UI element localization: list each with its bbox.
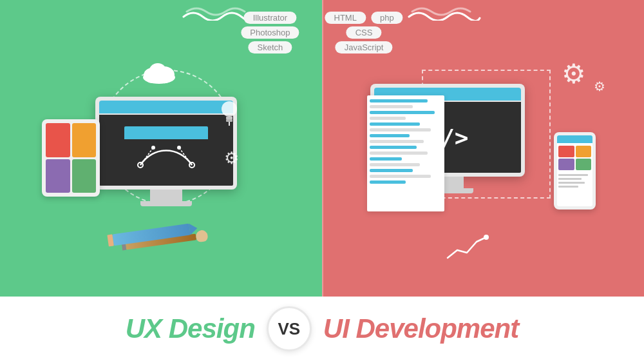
phone-cell-2 [576, 146, 592, 157]
center-divider [322, 0, 323, 297]
vs-badge: VS [267, 306, 312, 351]
tablet-cell-2 [72, 123, 97, 157]
phone-cell-1 [558, 146, 574, 157]
monitor-stand-left [150, 190, 182, 201]
title-ux-design: UX Design [126, 313, 255, 344]
svg-point-14 [484, 235, 489, 240]
phone-lines [557, 171, 592, 192]
lightbulb-icon [219, 100, 240, 132]
tablet-cell-4 [72, 159, 97, 193]
skill-html: HTML [325, 12, 366, 24]
monitor-base-left [140, 201, 192, 206]
tablet-cell-1 [46, 123, 70, 157]
design-skills: Illustrator Photoshop Sketch [241, 12, 299, 54]
svg-point-3 [149, 63, 167, 81]
phone-cell-4 [576, 159, 592, 170]
monitor-top-bar-left [99, 101, 233, 113]
svg-point-4 [222, 101, 237, 117]
phone-grid [557, 144, 592, 171]
skill-php: php [371, 12, 403, 24]
phone-top-bar [557, 135, 592, 143]
dev-skills: HTML php CSS JavaScript [325, 12, 403, 54]
skill-photoshop: Photoshop [241, 26, 299, 39]
gear-right-big-icon: ⚙ [562, 58, 586, 90]
skill-javascript: JavaScript [336, 41, 393, 54]
phone-screen [557, 135, 592, 206]
svg-rect-5 [226, 117, 232, 119]
tablet-screen [46, 123, 96, 193]
chart-squiggle-icon [444, 232, 489, 267]
wave-decoration-right [406, 6, 483, 21]
gear-right-small-icon: ⚙ [594, 79, 605, 94]
tablet [42, 119, 100, 197]
skill-illustrator: Illustrator [244, 12, 296, 24]
skill-sketch: Sketch [249, 41, 292, 54]
title-ui-development: UI Development [323, 313, 518, 344]
phone-cell-3 [558, 159, 574, 170]
svg-line-12 [140, 148, 153, 165]
title-bar: UX Design VS UI Development [0, 297, 644, 361]
skill-css: CSS [346, 26, 382, 39]
cloud-icon [140, 59, 178, 88]
monitor-screen-left [99, 115, 233, 186]
tablet-cell-3 [46, 159, 70, 193]
code-document [367, 95, 444, 211]
monitor-left [95, 97, 237, 206]
svg-rect-6 [226, 119, 232, 122]
svg-line-13 [179, 148, 192, 165]
gear-left-icon: ⚙ [224, 148, 239, 168]
phone [554, 132, 596, 210]
